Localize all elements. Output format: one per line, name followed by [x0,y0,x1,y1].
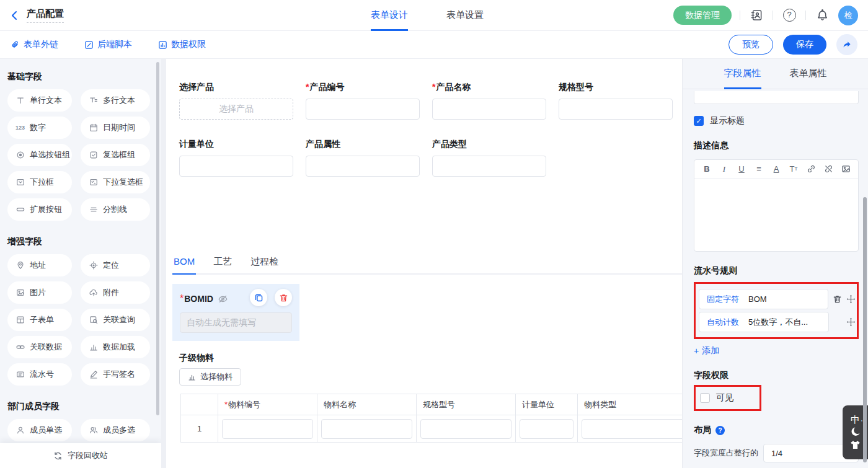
tab-process-check[interactable]: 过程检 [249,256,280,275]
single-line-text-icon [16,96,25,105]
show-title-row[interactable]: ✓ 显示标题 [694,115,859,126]
help-icon[interactable]: ? [781,7,797,24]
language-toggle[interactable]: 中 [851,415,860,425]
visible-checkbox[interactable] [700,393,710,403]
tab-form-properties[interactable]: 表单属性 [790,59,827,89]
unit-input[interactable] [179,156,293,177]
tab-form-settings[interactable]: 表单设置 [446,0,484,31]
sidebar-scrollbar[interactable] [156,62,159,415]
rule-auto-count[interactable]: 自动计数 5位数字，不自... [699,312,829,332]
product-name-input[interactable] [432,99,546,120]
title-input-partial[interactable] [694,91,859,104]
field-item-data-load[interactable]: 数据加载 [81,336,150,358]
field-item-radio-group[interactable]: 单选按钮组 [7,144,72,166]
field-item-checkbox-group[interactable]: 复选框组 [81,144,150,166]
selected-field-bomid[interactable]: *BOMID [172,284,299,341]
bomid-label: BOMID [184,294,213,304]
align-icon[interactable]: ≡ [753,164,765,174]
field-item-serial-number[interactable]: 流水号 [7,363,72,386]
save-button[interactable]: 保存 [783,35,826,55]
select-material-button[interactable]: 选择物料 [179,368,241,386]
field-item-expand-button[interactable]: 扩展按钮 [7,198,72,221]
form-title[interactable]: 产品配置 [27,8,64,23]
dark-mode-moon-icon[interactable] [850,426,861,438]
theme-shirt-icon[interactable] [850,439,861,450]
notification-bell-icon[interactable] [814,7,830,24]
rule-fixed-char[interactable]: 固定字符 BOM [699,289,828,309]
tab-bom[interactable]: BOM [172,256,196,275]
field-product-attr[interactable]: 产品属性 [306,139,420,177]
field-item-attachment[interactable]: 附件 [81,281,150,304]
spec-model-cell-input[interactable] [420,419,512,439]
field-product-name[interactable]: *产品名称 [432,82,546,120]
font-size-icon[interactable]: TT [787,164,800,174]
address-book-icon[interactable] [748,7,764,24]
field-item-multi-select[interactable]: 下拉复选框 [81,171,150,193]
select-product-trigger[interactable]: 选择产品 [179,99,293,120]
user-avatar[interactable]: 检 [838,6,858,25]
product-attr-input[interactable] [306,156,420,177]
layout-help-icon[interactable]: ? [715,426,725,435]
external-link-button[interactable]: 表单外链 [11,39,58,50]
panel-scrollbar[interactable] [863,197,867,462]
preview-button[interactable]: 预览 [728,35,773,55]
data-manage-button[interactable]: 数据管理 [673,6,732,25]
add-rule-button[interactable]: + 添加 [694,345,859,356]
material-type-input[interactable] [582,419,682,439]
field-item-signature[interactable]: 手写签名 [81,363,150,386]
show-title-checkbox[interactable]: ✓ [694,116,704,126]
field-select-product[interactable]: 选择产品 选择产品 [179,82,293,120]
field-item-linked-data[interactable]: 关联数据 [7,336,72,358]
field-item-address[interactable]: 地址 [7,254,72,276]
unit-cell-input[interactable] [520,419,574,439]
field-product-type[interactable]: 产品类型 [432,139,546,177]
annotation-box-serial-rules: 固定字符 BOM 自动计数 5位数字，不自... [694,282,859,339]
field-item-select[interactable]: 下拉框 [7,171,72,193]
material-code-input[interactable] [222,419,313,439]
field-item-datetime[interactable]: 日期时间 [81,117,150,139]
field-item-number[interactable]: 123 数字 [7,117,72,139]
field-spec-model[interactable]: 规格型号 [559,82,673,120]
link-icon[interactable] [805,164,817,174]
share-button[interactable] [836,34,857,55]
field-item-multi-line-text[interactable]: 多行文本 [81,89,150,112]
underline-icon[interactable]: U [735,164,748,174]
field-recycle-bin[interactable]: 字段回收站 [0,443,161,468]
field-item-single-line-text[interactable]: 单行文本 [7,89,72,112]
field-unit[interactable]: 计量单位 [179,139,293,177]
field-item-image[interactable]: 图片 [7,281,72,304]
bold-icon[interactable]: B [701,164,713,174]
product-code-input[interactable] [306,99,420,120]
bomid-input[interactable]: 自动生成无需填写 [180,312,292,333]
drag-move-icon[interactable] [846,317,856,327]
field-item-location[interactable]: 定位 [81,254,150,276]
field-item-linked-query[interactable]: 关联查询 [81,309,150,331]
tab-process[interactable]: 工艺 [212,256,233,275]
spec-model-input[interactable] [559,99,673,120]
back-button[interactable] [10,10,20,21]
tab-form-design[interactable]: 表单设计 [371,0,408,31]
italic-icon[interactable]: I [718,164,730,174]
material-name-input[interactable] [321,419,412,439]
delete-field-button[interactable] [275,289,292,306]
copy-field-button[interactable] [250,289,267,306]
insert-image-icon[interactable] [839,164,852,174]
field-item-subform[interactable]: 子表单 [7,309,72,331]
checkbox-icon [89,151,98,159]
drag-move-icon[interactable] [846,294,856,304]
field-item-member-single[interactable]: 成员单选 [7,419,72,441]
data-permission-button[interactable]: 数据权限 [158,39,206,50]
unlink-icon[interactable] [822,164,835,174]
backend-script-button[interactable]: 后端脚本 [84,39,132,50]
top-bar-actions: 数据管理 ? 检 [673,6,858,25]
properties-tabs: 字段属性 表单属性 [683,59,868,89]
product-type-input[interactable] [432,156,546,177]
delete-rule-button[interactable] [833,294,842,304]
tab-field-properties[interactable]: 字段属性 [724,59,761,89]
field-item-divider-line[interactable]: 分割线 [81,198,150,221]
description-textarea[interactable] [694,179,858,251]
field-product-code[interactable]: *产品编号 [306,82,420,120]
font-color-icon[interactable]: A [770,164,782,174]
field-item-member-multi[interactable]: 成员多选 [81,419,150,441]
form-canvas[interactable]: 选择产品 选择产品 *产品编号 *产品名称 规格型号 计量单位 [166,59,682,468]
